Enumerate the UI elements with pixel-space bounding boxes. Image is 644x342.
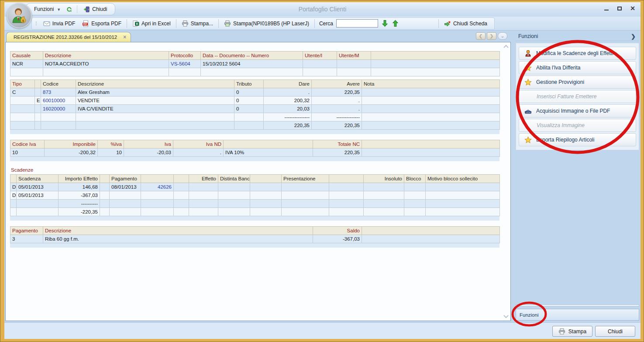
grid-cell[interactable] [35, 121, 41, 130]
grid-cell[interactable] [201, 68, 303, 76]
user-avatar[interactable]: $ [7, 3, 32, 28]
grid-cell[interactable] [10, 97, 35, 105]
grid-cell[interactable] [371, 60, 500, 68]
sidebar-item-modifica-le-scadenze-degli-effetti[interactable]: Modifica le Scadenze degli Effetti [519, 47, 636, 60]
toolbar-button-esporta-pdf[interactable]: PDFEsporta PDF [79, 19, 125, 28]
grid-cell[interactable] [141, 200, 174, 208]
grid-cell[interactable]: 220,35 [264, 121, 312, 130]
funzioni-menu-button[interactable]: Funzioni ▼ [32, 5, 64, 13]
grid-cell[interactable] [218, 200, 250, 208]
grid-cell[interactable]: NCR [10, 60, 43, 68]
grid-cell[interactable]: -367,03 [313, 235, 362, 243]
grid-cell[interactable]: -220,35 [59, 208, 100, 216]
grid-cell[interactable] [43, 68, 169, 76]
grid-cell[interactable] [10, 113, 35, 121]
arrow-down-icon[interactable] [381, 20, 389, 27]
grid-cell[interactable]: 16020000 [41, 105, 76, 113]
tab-scroll-left-button[interactable]: ❮ [476, 32, 486, 40]
scroll-up-icon[interactable] [503, 43, 510, 50]
sidebar-item-gestione-provvigioni[interactable]: Gestione Provvigioni [519, 76, 636, 89]
grid-cell[interactable] [362, 149, 500, 157]
tab-registrazione[interactable]: REGISTRAZIONE 2012.33266 del 15/10/2012 … [6, 32, 131, 42]
grid-cell[interactable] [250, 183, 282, 191]
grid-cell[interactable] [329, 200, 364, 208]
grid-cell[interactable] [10, 208, 17, 216]
grid-cell[interactable] [35, 105, 41, 113]
grid-cell[interactable] [364, 183, 404, 191]
grid-cell[interactable]: 05/01/2013 [17, 183, 59, 191]
grid-cell[interactable] [362, 88, 500, 97]
grid-cell[interactable] [189, 200, 218, 208]
grid-cell[interactable] [76, 121, 234, 130]
grid-cell[interactable]: 0 [234, 105, 264, 113]
grid-cell[interactable]: 146,68 [59, 183, 100, 191]
grid-cell[interactable] [35, 88, 41, 97]
grid-cell[interactable] [404, 191, 426, 200]
grid-cell[interactable] [329, 191, 364, 200]
grid-cell[interactable]: 220,35 [313, 149, 362, 157]
collapse-chevron-icon[interactable]: ❯ [631, 33, 636, 40]
grid-cell[interactable]: -------------- [312, 113, 362, 121]
grid-cell[interactable] [169, 68, 201, 76]
grid-cell[interactable]: --------------- [264, 113, 312, 121]
stampa-button[interactable]: Stampa [552, 326, 592, 337]
grid-cell[interactable] [100, 200, 110, 208]
minimize-button[interactable] [603, 5, 610, 11]
grid-cell[interactable]: -200,32 [45, 149, 98, 157]
grid-cell[interactable] [282, 191, 329, 200]
grid-cell[interactable] [364, 200, 404, 208]
grid-cell[interactable] [426, 200, 500, 208]
grid-cell[interactable] [234, 121, 264, 130]
grid-cell[interactable] [141, 191, 174, 200]
grid-cell[interactable] [76, 113, 234, 121]
chiudi-button[interactable]: Chiudi [595, 326, 635, 337]
grid-cell[interactable] [329, 183, 364, 191]
sidebar-item-acquisisci-immagine-o-file-pdf[interactable]: Acquisisci Immagine o File PDF [519, 104, 636, 117]
grid-cell[interactable] [10, 68, 43, 76]
toolbar-button-stampa-npi0189b5-hp-laserj[interactable]: Stampa(NPI0189B5 (HP LaserJ) [220, 19, 313, 28]
arrow-up-icon[interactable] [392, 20, 399, 27]
toolbar-grip[interactable]: ⁞ [35, 20, 36, 27]
grid-cell[interactable]: 10 [10, 149, 45, 157]
toolbar-button-stampa[interactable]: Stampa... [178, 19, 217, 28]
scroll-down-icon[interactable] [503, 313, 510, 320]
grid-cell[interactable] [218, 191, 250, 200]
grid-cell[interactable] [250, 200, 282, 208]
vertical-scrollbar[interactable] [503, 43, 510, 320]
grid-cell[interactable] [404, 183, 426, 191]
grid-cell[interactable] [404, 200, 426, 208]
grid-cell[interactable] [404, 208, 426, 216]
grid-cell[interactable] [100, 208, 110, 216]
grid-cell[interactable] [250, 191, 282, 200]
grid-cell[interactable]: 220,35 [312, 88, 362, 97]
grid-cell[interactable]: 0 [234, 88, 264, 97]
grid-cell[interactable] [141, 208, 174, 216]
grid-cell[interactable]: Alex Gresham [76, 88, 234, 97]
grid-cell[interactable] [362, 113, 500, 121]
grid-cell[interactable]: D [10, 191, 17, 200]
chiudi-menu-button[interactable]: Chiudi [82, 5, 109, 14]
grid-cell[interactable]: 15/10/2012 5604 [201, 60, 303, 68]
grid-cell[interactable] [41, 121, 76, 130]
grid-cell[interactable] [362, 105, 500, 113]
toolbar-button-invia-pdf[interactable]: Invia PDF [40, 19, 79, 28]
grid-cell[interactable]: 05/01/2013 [17, 191, 59, 200]
grid-cell[interactable] [234, 113, 264, 121]
tab-list-dropdown-button[interactable]: ⌄ [498, 32, 507, 40]
grid-cell[interactable]: . [312, 105, 362, 113]
grid-cell[interactable] [282, 183, 329, 191]
grid-cell[interactable]: IVA 10% [224, 149, 313, 157]
grid-cell[interactable]: Riba 60 gg f.m. [43, 235, 313, 243]
grid-cell[interactable]: . [173, 149, 224, 157]
grid-cell[interactable] [282, 208, 329, 216]
grid-cell[interactable] [426, 191, 500, 200]
grid-cell[interactable] [100, 183, 110, 191]
grid-cell[interactable] [303, 68, 337, 76]
grid-cell[interactable] [362, 97, 500, 105]
grid-cell[interactable] [41, 113, 76, 121]
grid-cell[interactable]: ---------- [59, 200, 100, 208]
grid-cell[interactable] [174, 183, 189, 191]
grid-cell[interactable] [174, 208, 189, 216]
grid-cell[interactable] [189, 191, 218, 200]
grid-cell[interactable] [218, 183, 250, 191]
